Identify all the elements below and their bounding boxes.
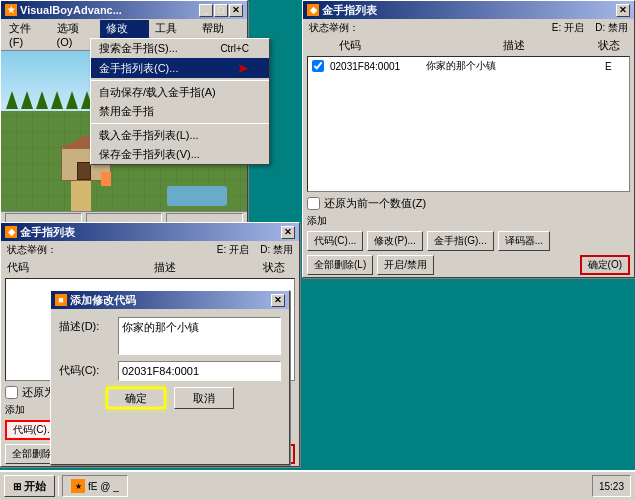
btn-enable-right[interactable]: 开启/禁用	[377, 255, 434, 275]
cheat-right-close[interactable]: ✕	[616, 4, 630, 17]
cheat-right-controls: ✕	[616, 4, 630, 17]
code-input[interactable]	[118, 361, 281, 381]
cheat-left-restore-checkbox[interactable]	[5, 386, 18, 399]
dropdown-menu: 搜索金手指(S)... Ctrl+C 金手指列表(C)... ➤ 自动保存/载入…	[90, 38, 270, 165]
cheat-row-status: E	[605, 61, 625, 72]
cheat-list-left-titlebar[interactable]: ◆ 金手指列表 ✕	[1, 223, 299, 241]
cheat-list-right-content: 状态举例： E: 开启 D: 禁用 代码 描述 状态 02031F84:0001…	[303, 19, 634, 277]
dialog-body: 描述(D): 你家的那个小镇 代码(C): 确定 取消	[51, 309, 289, 417]
btn-decoder-right[interactable]: 译码器...	[498, 231, 550, 251]
dialog-title: 添加修改代码	[70, 293, 136, 308]
cheat-left-close[interactable]: ✕	[281, 226, 295, 239]
cheat-left-status: 状态举例： E: 开启 D: 禁用	[1, 241, 299, 259]
dialog-ok-btn[interactable]: 确定	[106, 387, 166, 409]
dropdown-load-cheat[interactable]: 载入金手指列表(L)...	[91, 126, 269, 145]
cheat-right-action-row: 全部删除(L) 开启/禁用 确定(O)	[303, 253, 634, 277]
cheat-row-checkbox[interactable]	[312, 60, 324, 72]
start-icon: ⊞	[13, 481, 21, 492]
cheat-right-status: 状态举例： E: 开启 D: 禁用	[303, 19, 634, 37]
menu-file[interactable]: 文件(F)	[3, 20, 51, 49]
dialog-controls: ✕	[271, 294, 285, 307]
start-button[interactable]: ⊞ 开始	[4, 475, 55, 497]
cheat-data-row: 02031F84:0001 你家的那个小镇 E	[308, 57, 629, 75]
window-controls: _ □ ✕	[199, 4, 243, 17]
cheat-right-action-group: 全部删除(L) 开启/禁用	[307, 255, 434, 275]
arrow-icon: ➤	[237, 60, 249, 76]
btn-modify-right[interactable]: 修改(P)...	[367, 231, 423, 251]
dropdown-disable-cheat[interactable]: 禁用金手指	[91, 102, 269, 121]
app-icon: ★	[5, 4, 17, 16]
cheat-list-right-titlebar[interactable]: ◆ 金手指列表 ✕	[303, 1, 634, 19]
cheat-list-left-title: 金手指列表	[20, 225, 75, 240]
dialog-icon: ■	[55, 294, 67, 306]
btn-delete-all-right[interactable]: 全部删除(L)	[307, 255, 373, 275]
dropdown-save-cheat[interactable]: 保存金手指列表(V)...	[91, 145, 269, 164]
taskbar: ⊞ 开始 ★ fE @ _ 15:23	[0, 470, 635, 500]
taskbar-clock: 15:23	[592, 475, 631, 497]
cheat-right-table: 02031F84:0001 你家的那个小镇 E	[307, 56, 630, 192]
cheat-list-right-window: ◆ 金手指列表 ✕ 状态举例： E: 开启 D: 禁用 代码 描述 状态	[302, 0, 635, 278]
minimize-btn[interactable]: _	[199, 4, 213, 17]
desc-label: 描述(D):	[59, 317, 114, 334]
btn-cheat-finger-right[interactable]: 金手指(G)...	[427, 231, 494, 251]
game-title: VisualBoyAdvanc...	[20, 4, 122, 16]
cheat-list-right-title: 金手指列表	[322, 3, 377, 18]
dropdown-sep-1	[91, 80, 269, 81]
taskbar-item-game[interactable]: ★ fE @ _	[62, 475, 128, 497]
code-label: 代码(C):	[59, 361, 114, 378]
cheat-right-restore-row: 还原为前一个数值(Z)	[303, 194, 634, 213]
cheat-row-code: 02031F84:0001	[330, 61, 420, 72]
cheat-right-bottom-buttons: 代码(C)... 修改(P)... 金手指(G)... 译码器...	[303, 229, 634, 253]
cheat-left-controls: ✕	[281, 226, 295, 239]
add-modify-titlebar[interactable]: ■ 添加修改代码 ✕	[51, 291, 289, 309]
dropdown-sep-2	[91, 123, 269, 124]
dialog-buttons: 确定 取消	[59, 387, 281, 409]
taskbar-separator	[58, 476, 59, 496]
btn-add-code-right[interactable]: 代码(C)...	[307, 231, 363, 251]
add-label-right: 添加	[303, 213, 634, 229]
cheat-left-headers: 代码 描述 状态	[1, 259, 299, 276]
dropdown-search-cheat[interactable]: 搜索金手指(S)... Ctrl+C	[91, 39, 269, 58]
cheat-right-restore-checkbox[interactable]	[307, 197, 320, 210]
dropdown-cheat-list[interactable]: 金手指列表(C)... ➤	[91, 58, 269, 78]
cheat-row-desc: 你家的那个小镇	[426, 59, 599, 73]
taskbar-item-label: fE @ _	[88, 481, 119, 492]
dialog-cancel-btn[interactable]: 取消	[174, 387, 234, 409]
cheat-right-icon: ◆	[307, 4, 319, 16]
desc-input[interactable]: 你家的那个小镇	[118, 317, 281, 355]
taskbar-game-icon: ★	[71, 479, 85, 493]
btn-confirm-right[interactable]: 确定(O)	[580, 255, 630, 275]
game-titlebar[interactable]: ★ VisualBoyAdvanc... _ □ ✕	[1, 1, 247, 19]
cheat-left-icon: ◆	[5, 226, 17, 238]
maximize-btn[interactable]: □	[214, 4, 228, 17]
code-row: 代码(C):	[59, 361, 281, 381]
dialog-close[interactable]: ✕	[271, 294, 285, 307]
add-modify-dialog: ■ 添加修改代码 ✕ 描述(D): 你家的那个小镇 代码(C): 确定 取消	[50, 290, 290, 465]
cheat-right-headers: 代码 描述 状态	[303, 37, 634, 54]
close-btn[interactable]: ✕	[229, 4, 243, 17]
desc-row: 描述(D): 你家的那个小镇	[59, 317, 281, 355]
dropdown-auto-save[interactable]: 自动保存/载入金手指(A)	[91, 83, 269, 102]
